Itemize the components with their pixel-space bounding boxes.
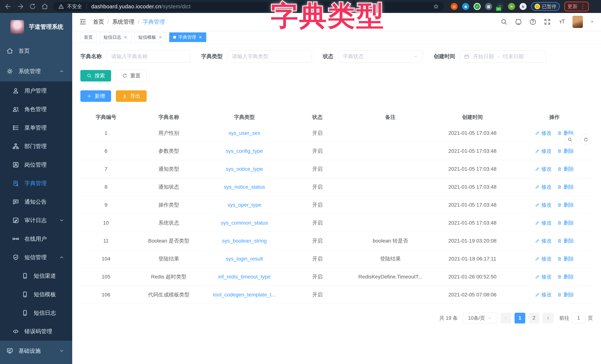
breadcrumb-item[interactable]: 首页 [93,18,104,26]
sidebar-item[interactable]: 基础设施 [0,341,72,361]
top-navbar: 首页 / 系统管理 / 字典管理 [72,13,601,31]
search-button[interactable]: 搜索 [80,70,111,81]
dict-type-link[interactable]: sys_oper_type [206,196,283,214]
paused-badge[interactable]: ☺ 已暂停 [531,2,560,11]
edit-link[interactable]: 修改 [535,219,551,226]
sidebar-item[interactable]: 用户管理 [0,81,72,100]
sidebar-item[interactable]: 短信日志 [0,304,72,322]
sidebar-item[interactable]: 菜单管理 [0,119,72,137]
online-user-icon [12,235,19,242]
home-icon[interactable] [41,3,49,10]
forward-icon[interactable] [17,3,24,10]
edit-link[interactable]: 修改 [535,148,551,155]
close-icon[interactable] [198,35,202,39]
help-icon[interactable] [529,18,537,26]
delete-link[interactable]: 删除 [557,183,574,191]
delete-link[interactable]: 删除 [557,165,574,172]
edit-link[interactable]: 修改 [535,255,551,262]
edit-link[interactable]: 修改 [535,291,551,298]
sidebar-item[interactable]: 短信管理 [0,248,72,267]
delete-link[interactable]: 删除 [557,219,574,226]
extension-icon[interactable]: ❧ [508,3,515,10]
collapse-sidebar-icon[interactable] [79,18,87,26]
status-cell: 开启 [283,142,352,160]
caret-down-icon[interactable] [590,20,594,24]
close-icon[interactable] [158,35,162,39]
sidebar-item[interactable]: 短信模板 [0,285,72,304]
extension-icon[interactable]: ◎ [451,3,458,10]
toggle-search-button[interactable] [564,134,575,145]
tag[interactable]: 字典管理 [169,32,206,42]
sidebar-item[interactable]: 错误码管理 [0,322,72,341]
update-button[interactable]: 更新 ⋮ [564,2,589,11]
dict-type-link[interactable]: sys_login_result [206,250,283,268]
dict-type-link[interactable]: sys_notice_status [206,178,283,196]
reset-button[interactable]: 重置 [116,70,147,81]
app-logo[interactable]: 芋道管理系统 [0,13,72,41]
delete-link[interactable]: 删除 [557,202,574,209]
dict-type-link[interactable]: sys_notice_type [206,160,283,178]
extension-icon[interactable]: ◆ [462,3,469,10]
edit-link[interactable]: 修改 [535,130,551,137]
sidebar-item[interactable]: 角色管理 [0,100,72,119]
delete-link[interactable]: 删除 [557,255,574,262]
browser-menu-dots-icon[interactable]: ⋮ [580,5,586,8]
page-size-select[interactable]: 10条/页 [463,313,497,324]
goto-page-input[interactable] [572,313,585,324]
sidebar-item[interactable]: 部门管理 [0,137,72,155]
reload-icon[interactable] [29,3,36,10]
address-bar[interactable]: 不安全 dashboard.yudao.iocoder.cn/system/di… [53,2,444,11]
edit-link[interactable]: 修改 [535,273,551,280]
tag[interactable]: 短信日志 [100,32,131,42]
github-icon[interactable] [515,18,522,26]
sidebar-item[interactable]: 字典管理 [0,174,72,192]
sidebar-item[interactable]: 通知公告 [0,192,72,211]
delete-link[interactable]: 删除 [557,273,574,280]
not-secure-warning-icon [58,3,64,10]
dict-type-link[interactable]: inf_redis_timeout_type [206,268,283,286]
dict-type-link[interactable]: sys_config_type [206,142,283,160]
sidebar-item[interactable]: 系统管理 [0,61,72,81]
next-page-button[interactable] [543,313,553,324]
status-select[interactable]: 字典状态 [338,50,423,63]
edit-link[interactable]: 修改 [535,183,551,191]
close-icon[interactable] [123,35,128,39]
delete-link[interactable]: 删除 [557,148,574,155]
sidebar-item[interactable]: 岗位管理 [0,155,72,174]
dict-name-input[interactable] [107,50,190,63]
dict-type-input[interactable] [227,50,312,63]
page-number-button[interactable]: 1 [515,313,525,324]
sidebar-item[interactable]: 在线用户 [0,230,72,248]
delete-link[interactable]: 删除 [557,291,574,298]
delete-link[interactable]: 删除 [557,237,574,244]
back-icon[interactable] [4,3,12,10]
breadcrumb-item[interactable]: 系统管理 [112,18,134,26]
dict-type-link[interactable]: tool_codegen_template_t... [206,286,283,304]
prev-page-button[interactable] [501,313,511,324]
page-number-button[interactable]: 2 [529,313,539,324]
tag[interactable]: 首页 [80,32,97,42]
edit-link[interactable]: 修改 [535,165,551,172]
edit-link[interactable]: 修改 [535,202,551,209]
tag[interactable]: 短信模板 [134,32,166,42]
extension-icon[interactable]: ♞ [520,3,527,10]
extension-icon[interactable]: ✓ [474,3,481,10]
edit-link[interactable]: 修改 [535,237,551,244]
extension-icon[interactable]: ▦ [485,3,492,10]
add-button[interactable]: 新增 [80,90,111,102]
fullscreen-icon[interactable] [544,18,551,26]
sidebar-item[interactable]: 首页 [0,41,72,61]
date-range-picker[interactable]: 开始日期 - 结束日期 [460,50,546,63]
search-icon[interactable] [500,18,508,26]
dict-type-link[interactable]: sys_common_status [206,214,283,232]
user-avatar[interactable] [572,16,583,28]
dict-type-link[interactable]: sys_boolean_string [206,232,283,250]
sidebar-item[interactable]: 短信渠道 [0,267,72,285]
text-size-icon[interactable] [558,18,565,26]
dict-type-link[interactable]: sys_user_sex [206,124,283,142]
sidebar-item[interactable]: 审计日志 [0,211,72,230]
bookmark-star-icon[interactable] [433,3,439,10]
extension-icon[interactable]: ≣on [497,3,504,10]
refresh-table-button[interactable] [580,134,591,145]
export-button[interactable]: 导出 [116,90,147,102]
